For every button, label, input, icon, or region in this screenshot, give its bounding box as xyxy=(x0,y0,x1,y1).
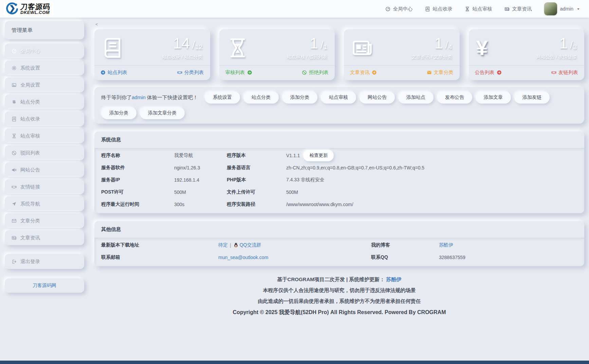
user-menu[interactable]: admin xyxy=(544,2,581,15)
blog-link[interactable]: 苏酷伊 xyxy=(439,242,453,248)
sidebar-item-friend-links[interactable]: 友情链接 xyxy=(5,179,84,194)
row-label: PHP版本 xyxy=(227,177,286,183)
arrow-circle-right-icon xyxy=(372,70,377,75)
nav-item-site-collection[interactable]: 站点收录 xyxy=(425,6,453,12)
stat-card-site-collection: 14/12站点收录 / 站点分类站点列表分类列表 xyxy=(94,29,210,80)
location-arrow-icon xyxy=(12,201,17,206)
maintainer-link[interactable]: 苏酷伊 xyxy=(386,276,401,282)
quick-button-8[interactable]: 添加文章 xyxy=(476,91,511,104)
newspaper-icon xyxy=(504,6,510,12)
username: admin xyxy=(560,6,574,12)
handshake-icon xyxy=(177,70,182,75)
system-info-row: 服务器IP192.168.1.4PHP版本7.4.33 非线程安全 xyxy=(94,174,584,186)
row-label: 程序安装路径 xyxy=(227,201,286,207)
book-icon xyxy=(12,116,17,122)
navbar: 刀客源码 DKEWL.COM 全局中心站点收录站点审核文章资讯 admin xyxy=(0,0,589,18)
bullhorn-icon xyxy=(12,167,17,172)
quick-button-1[interactable]: 系统设置 xyxy=(205,91,240,104)
greeting-text: 终于等到你了admin 体验一下快捷设置吧！ xyxy=(101,94,198,101)
sidebar-item-reject-list[interactable]: 驳回列表 xyxy=(5,145,84,160)
quick-button-2[interactable]: 站点分类 xyxy=(243,91,279,104)
sidebar-item-site-category[interactable]: 站点分类 xyxy=(5,94,84,109)
nav-item-article-news[interactable]: 文章资讯 xyxy=(504,6,532,12)
stat-value: 1/1 xyxy=(287,36,327,51)
quick-button-4[interactable]: 站点审核 xyxy=(321,91,356,104)
envelope-solid-icon xyxy=(427,70,432,75)
quick-button-7[interactable]: 发布公告 xyxy=(437,91,472,104)
quick-button-3[interactable]: 添加分类 xyxy=(282,91,317,104)
book-icon xyxy=(102,37,124,59)
ban-icon xyxy=(302,70,307,75)
row-label: 程序名称 xyxy=(101,152,174,159)
card-link-article-news[interactable]: 文章资讯 xyxy=(350,69,377,76)
separator: | xyxy=(230,242,231,248)
admin-link[interactable]: admin xyxy=(132,94,146,100)
sidebar: 管理菜单 全局中心系统设置全局设置站点分类站点收录站点审核驳回列表网站公告友情链… xyxy=(5,21,84,324)
hourglass-icon xyxy=(465,6,470,12)
avatar[interactable] xyxy=(544,2,557,15)
logo[interactable]: 刀客源码 DKEWL.COM xyxy=(3,1,54,17)
quick-button-11[interactable]: 添加文章分类 xyxy=(140,107,185,119)
row-value: 500M xyxy=(174,189,227,195)
check-update-button[interactable]: 检查更新 xyxy=(303,150,334,161)
newspaper-icon xyxy=(351,37,373,59)
sidebar-item-system-settings[interactable]: 系统设置 xyxy=(5,60,84,75)
sidebar-item-global-center[interactable]: 全局中心 xyxy=(5,43,84,58)
logo-domain: DKEWL.COM xyxy=(20,10,50,15)
row-value: zh-CN,zh;q=0.9,en;q=0.8,en-GB;q=0.7,en-U… xyxy=(286,165,577,170)
row-label: 我的博客 xyxy=(371,242,439,248)
caret-down-icon xyxy=(576,7,580,11)
row-label: 服务器语言 xyxy=(227,165,286,171)
card-link-friendlink-list[interactable]: 友链列表 xyxy=(551,69,578,76)
stat-subtitle: 网站公告 / 友情链接 xyxy=(536,54,577,60)
sidebar-item-article-category[interactable]: 文章分类 xyxy=(5,213,84,228)
sidebar-item-system-nav[interactable]: 系统导航 xyxy=(5,196,84,211)
card-link-article-category[interactable]: 文章分类 xyxy=(427,69,454,76)
nav-item-site-review[interactable]: 站点审核 xyxy=(465,6,492,12)
other-info-panel: 其他信息 最新版本下载地址 待定 | xyxy=(94,221,584,266)
hourglass-icon xyxy=(12,133,17,139)
row-label: 文件上传许可 xyxy=(227,189,286,195)
system-info-row: 程序名称我爱导航程序版本V1.1.1检查更新 xyxy=(94,149,584,162)
dkewl-site-link[interactable]: 刀客源码网 xyxy=(33,283,56,289)
card-link-site-list[interactable]: 站点列表 xyxy=(100,69,127,76)
collapse-sidebar-control[interactable]: < xyxy=(95,22,98,27)
card-link-announcement-list[interactable]: 公告列表 xyxy=(475,69,502,76)
image-icon xyxy=(12,83,17,88)
quick-button-5[interactable]: 网站公告 xyxy=(360,91,395,104)
download-pending-link[interactable]: 待定 xyxy=(218,242,228,248)
nav-item-global-center[interactable]: 全局中心 xyxy=(385,6,413,12)
quick-button-6[interactable]: 添加站点 xyxy=(398,91,434,104)
row-value: nginx/1.26.3 xyxy=(174,165,227,170)
sidebar-item-logout[interactable]: 退出登录 xyxy=(5,254,84,269)
card-link-reject-list[interactable]: 拒绝列表 xyxy=(302,69,329,76)
row-value: 300s xyxy=(174,202,227,207)
arrow-circle-right-icon xyxy=(497,70,502,75)
sidebar-item-site-announcement[interactable]: 网站公告 xyxy=(5,162,84,177)
row-label: 程序最大运行时间 xyxy=(101,201,174,207)
card-link-review-list[interactable]: 审核列表 xyxy=(225,69,252,76)
card-link-category-list[interactable]: 分类列表 xyxy=(177,69,204,76)
stat-subtitle: 站点收录 / 站点分类 xyxy=(162,54,202,60)
ban-icon xyxy=(12,150,17,156)
stat-card-site-announcement: ¥1/3网站公告 / 友情链接公告列表友链列表 xyxy=(469,29,585,80)
row-value: 我爱导航 xyxy=(174,152,227,159)
email-link[interactable]: mun_sea@outlook.com xyxy=(218,255,268,260)
quick-button-10[interactable]: 添加分类 xyxy=(101,107,136,119)
stat-value: 14/12 xyxy=(162,36,202,51)
qq-group-link[interactable]: QQ交流群 xyxy=(233,242,261,248)
yen-icon: ¥ xyxy=(476,37,488,58)
system-info-row: 服务器软件nginx/1.26.3服务器语言zh-CN,zh;q=0.9,en;… xyxy=(94,162,584,174)
envelope-icon xyxy=(12,218,17,223)
stat-card-article-news: 1/4文章资讯 / 文章分类文章资讯文章分类 xyxy=(344,29,460,80)
quick-button-9[interactable]: 添加友链 xyxy=(514,91,550,104)
sidebar-item-site-collection[interactable]: 站点收录 xyxy=(5,111,84,126)
book-icon xyxy=(425,6,430,12)
sidebar-item-site-review[interactable]: 站点审核 xyxy=(5,128,84,143)
stat-card-site-review: 1/1站点审核 / 驳回列表审核列表拒绝列表 xyxy=(219,29,335,80)
system-info-title: 系统信息 xyxy=(94,131,584,148)
sidebar-item-article-news[interactable]: 文章资讯 xyxy=(5,230,84,245)
sidebar-item-global-settings[interactable]: 全局设置 xyxy=(5,77,84,92)
stat-subtitle: 站点审核 / 驳回列表 xyxy=(287,54,327,60)
row-label: 联系QQ xyxy=(371,254,439,260)
